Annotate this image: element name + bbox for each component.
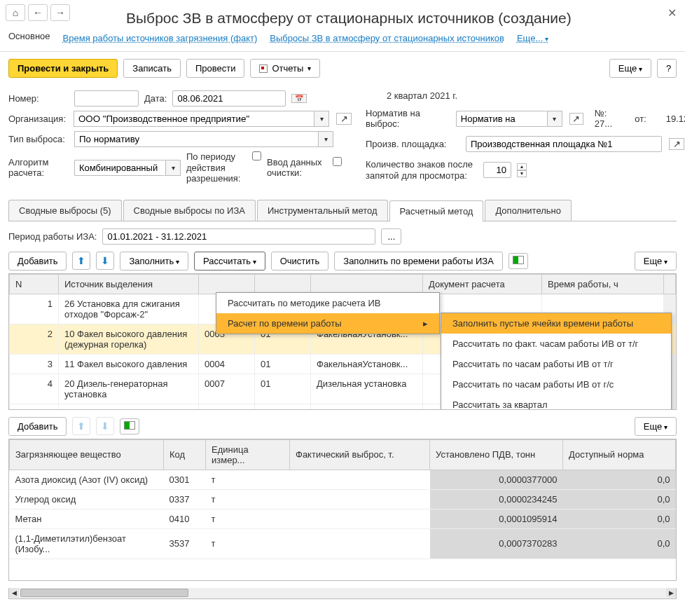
col-c2[interactable] [255, 274, 311, 294]
spinner-down-icon[interactable]: ▼ [517, 170, 527, 177]
decimals-input[interactable] [483, 162, 511, 178]
link-worktime[interactable]: Время работы источников загрязнения (фак… [63, 33, 258, 43]
submenu-hours-gs[interactable]: Рассчитать по часам работы ИВ от г/с [441, 374, 671, 395]
col-hours[interactable]: Время работы, ч [542, 274, 664, 294]
calculate-submenu: Заполнить пустые ячейки времени работы Р… [441, 313, 672, 410]
reports-button[interactable]: Отчеты [250, 59, 320, 78]
period-label: Период работы ИЗА: [8, 231, 97, 242]
scroll-right-icon[interactable]: ▶ [666, 588, 676, 598]
by-period-checkbox[interactable] [252, 151, 261, 160]
date-input[interactable] [172, 90, 286, 107]
date-label: Дата: [144, 93, 167, 104]
save-button[interactable]: Записать [123, 59, 181, 78]
spreadsheet-button[interactable] [508, 253, 528, 269]
tab-summary[interactable]: Сводные выбросы (5) [8, 200, 122, 221]
period-select-button[interactable]: ... [381, 228, 401, 245]
algo-label: Алгоритм расчета: [8, 157, 69, 179]
move-down-button[interactable]: ⬇ [96, 252, 114, 270]
col-c3[interactable] [311, 274, 423, 294]
move-up2-button[interactable]: ⬆ [72, 417, 90, 435]
norm-input[interactable] [456, 111, 547, 127]
calendar-icon[interactable]: 📅 [291, 94, 307, 103]
manual-checkbox[interactable] [333, 157, 342, 166]
scroll-thumb[interactable] [20, 589, 188, 597]
vscroll[interactable] [664, 274, 676, 294]
menu-by-time[interactable]: Расчет по времени работы▸ [216, 313, 439, 334]
norm-from-label: от: [635, 114, 646, 124]
col2-pollutant[interactable]: Загрязняющее вещество [10, 439, 164, 470]
more-button[interactable]: Еще [609, 59, 651, 78]
scroll-left-icon[interactable]: ◀ [9, 588, 19, 598]
spinner-up-icon[interactable]: ▲ [517, 163, 527, 170]
org-dropdown-icon[interactable]: ▾ [314, 111, 329, 127]
table-row[interactable]: (1,1-Диметилэтил)бензоат (Изобу...3537т0… [10, 528, 676, 559]
link-more[interactable]: Еще... [517, 33, 548, 43]
period-input[interactable] [102, 228, 375, 245]
spreadsheet2-button[interactable] [120, 418, 139, 434]
org-open-icon[interactable]: ↗ [336, 113, 352, 125]
emission-type-dropdown-icon[interactable]: ▾ [318, 131, 333, 147]
quarter-label: 2 квартал 2021 г. [366, 90, 685, 101]
report-icon [259, 64, 268, 73]
tab-main[interactable]: Основное [8, 31, 50, 46]
close-icon[interactable]: ✕ [659, 4, 685, 22]
norm-date: 19.12.2020 [666, 114, 685, 124]
col-source[interactable]: Источник выделения [59, 274, 199, 294]
site-label: Произв. площадка: [366, 139, 460, 149]
help-button[interactable]: ? [657, 59, 677, 78]
col-c1[interactable] [199, 274, 255, 294]
page-title: Выброс ЗВ в атмосферу от стационарных ис… [0, 7, 580, 32]
algo-dropdown-icon[interactable]: ▾ [165, 160, 181, 176]
algo-input[interactable] [74, 160, 165, 176]
fill-by-time-button[interactable]: Заполнить по времени работы ИЗА [334, 252, 503, 271]
norm-no-label: №: 27... [595, 108, 624, 129]
move-up-button[interactable]: ⬆ [72, 252, 90, 270]
add2-button[interactable]: Добавить [8, 417, 67, 436]
fill-button[interactable]: Заполнить [120, 252, 188, 271]
manual-label: Ввод данных очистки: [267, 157, 330, 179]
move-down2-button[interactable]: ⬇ [96, 417, 114, 435]
norm-label: Норматив на выброс: [366, 108, 450, 129]
table-row[interactable]: Углерод оксид0337т0,00002342450,0 [10, 489, 676, 509]
horizontal-scrollbar[interactable]: ◀ ▶ [8, 588, 677, 599]
spreadsheet-icon [513, 256, 524, 264]
post-close-button[interactable]: Провести и закрыть [8, 59, 118, 78]
submenu-hours-tg[interactable]: Рассчитать по часам работы ИВ от т/г [441, 354, 671, 374]
menu-by-method[interactable]: Рассчитать по методике расчета ИВ [216, 293, 439, 313]
submenu-quarter[interactable]: Рассчитать за квартал [441, 395, 671, 410]
calculate-button[interactable]: Рассчитать [194, 252, 265, 271]
add-button[interactable]: Добавить [8, 252, 67, 271]
col-n[interactable]: N [10, 274, 59, 294]
calculate-menu: Рассчитать по методике расчета ИВ Расчет… [216, 292, 440, 334]
post-button[interactable]: Провести [186, 59, 245, 78]
norm-open-icon[interactable]: ↗ [569, 113, 583, 125]
tab-additional[interactable]: Дополнительно [485, 200, 572, 221]
site-open-icon[interactable]: ↗ [669, 138, 684, 150]
table2-more-button[interactable]: Еще [635, 417, 677, 436]
spreadsheet2-icon [124, 421, 135, 430]
by-period-label: По периоду действия разрешения: [186, 151, 249, 184]
table-row[interactable]: Азота диоксид (Азот (IV) оксид)0301т0,00… [10, 470, 676, 489]
col2-code[interactable]: Код [164, 439, 206, 470]
number-label: Номер: [8, 93, 69, 104]
tab-instrumental[interactable]: Инструментальный метод [257, 200, 388, 221]
site-input[interactable] [466, 136, 662, 152]
org-input[interactable] [74, 111, 314, 127]
link-emissions[interactable]: Выбросы ЗВ в атмосферу от стационарных и… [270, 33, 504, 43]
col-doc[interactable]: Документ расчета [423, 274, 542, 294]
col2-avail[interactable]: Доступный норма [563, 439, 676, 470]
col2-unit[interactable]: Единица измер... [206, 439, 290, 470]
number-input[interactable] [74, 90, 139, 107]
emission-type-input[interactable] [74, 131, 318, 147]
chevron-right-icon: ▸ [423, 318, 428, 329]
norm-dropdown-icon[interactable]: ▾ [547, 111, 562, 127]
table-row[interactable]: Метан0410т0,00010959140,0 [10, 509, 676, 528]
submenu-fill-empty[interactable]: Заполнить пустые ячейки времени работы [441, 313, 671, 334]
submenu-fact-hours-tg[interactable]: Рассчитать по факт. часам работы ИВ от т… [441, 334, 671, 354]
tab-calculation[interactable]: Расчетный метод [389, 200, 484, 221]
col2-pdv[interactable]: Установлено ПДВ, тонн [430, 439, 563, 470]
col2-actual[interactable]: Фактический выброс, т. [290, 439, 430, 470]
clear-button[interactable]: Очистить [271, 252, 329, 271]
tab-summary-iza[interactable]: Сводные выбросы по ИЗА [123, 200, 256, 221]
table-more-button[interactable]: Еще [635, 252, 677, 271]
